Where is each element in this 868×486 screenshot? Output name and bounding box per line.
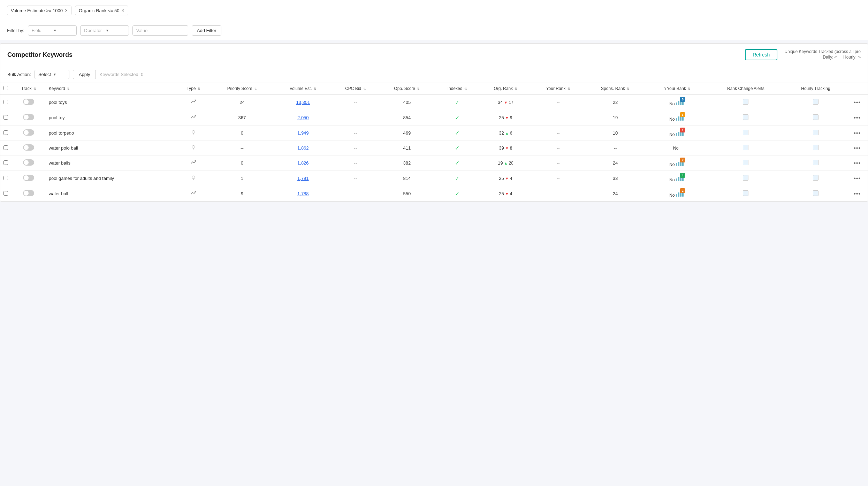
row-rank-alert[interactable] [707, 110, 784, 126]
row-checkbox-cell[interactable] [0, 186, 11, 202]
select-all-checkbox[interactable] [3, 86, 8, 90]
hourly-checkbox[interactable] [813, 145, 818, 150]
volume-link[interactable]: 1,826 [297, 160, 309, 166]
row-checkbox[interactable] [3, 115, 8, 120]
apply-button[interactable]: Apply [73, 70, 96, 79]
operator-dropdown[interactable]: Operator ▼ [80, 25, 129, 36]
add-filter-button[interactable]: Add Filter [192, 25, 222, 36]
row-volume-est[interactable]: 1,788 [274, 186, 332, 202]
more-options-icon[interactable]: ••• [854, 160, 861, 166]
row-checkbox-cell[interactable] [0, 126, 11, 141]
rank-alert-checkbox[interactable] [743, 130, 748, 135]
row-hourly[interactable] [785, 141, 847, 155]
row-hourly[interactable] [785, 171, 847, 186]
row-checkbox[interactable] [3, 145, 8, 150]
bank-bar-chart-icon[interactable]: 1 [676, 129, 684, 136]
header-track[interactable]: Track ⇅ [11, 83, 47, 94]
hourly-checkbox[interactable] [813, 160, 818, 165]
volume-link[interactable]: 13,301 [296, 100, 310, 105]
more-options-icon[interactable]: ••• [854, 130, 861, 136]
filter-chip-volume-close[interactable]: × [65, 8, 68, 13]
row-track-toggle[interactable] [11, 94, 47, 110]
row-checkbox-cell[interactable] [0, 94, 11, 110]
header-your-rank[interactable]: Your Rank ⇅ [532, 83, 585, 94]
row-more[interactable]: ••• [847, 171, 868, 186]
filter-chip-rank-close[interactable]: × [121, 8, 124, 13]
row-more[interactable]: ••• [847, 94, 868, 110]
row-checkbox-cell[interactable] [0, 171, 11, 186]
row-hourly[interactable] [785, 186, 847, 202]
volume-link[interactable]: 1,862 [297, 145, 309, 151]
bank-bar-chart-icon[interactable]: 3 [676, 114, 684, 121]
row-track-toggle[interactable] [11, 171, 47, 186]
row-hourly[interactable] [785, 94, 847, 110]
row-more[interactable]: ••• [847, 186, 868, 202]
header-type[interactable]: Type ⇅ [177, 83, 210, 94]
row-track-toggle[interactable] [11, 186, 47, 202]
row-hourly[interactable] [785, 126, 847, 141]
row-track-toggle[interactable] [11, 141, 47, 155]
bulk-select-dropdown[interactable]: Select ▼ [35, 70, 69, 79]
refresh-button[interactable]: Refresh [745, 49, 777, 60]
track-toggle[interactable] [23, 175, 34, 181]
filter-chip-volume[interactable]: Volume Estimate >= 1000 × [7, 6, 71, 15]
bank-bar-chart-icon[interactable]: 4 [676, 174, 684, 181]
header-volume-est[interactable]: Volume Est. ⇅ [274, 83, 332, 94]
hourly-checkbox[interactable] [813, 130, 818, 135]
header-org-rank[interactable]: Org. Rank ⇅ [479, 83, 532, 94]
rank-alert-checkbox[interactable] [743, 175, 748, 181]
rank-alert-checkbox[interactable] [743, 160, 748, 165]
row-track-toggle[interactable] [11, 126, 47, 141]
value-input[interactable]: Value [132, 25, 188, 36]
header-opp-score[interactable]: Opp. Score ⇅ [379, 83, 435, 94]
volume-link[interactable]: 1,791 [297, 176, 309, 181]
hourly-checkbox[interactable] [813, 99, 818, 105]
volume-link[interactable]: 1,949 [297, 130, 309, 136]
filter-chip-rank[interactable]: Organic Rank <= 50 × [75, 6, 128, 15]
row-checkbox[interactable] [3, 100, 8, 104]
row-track-toggle[interactable] [11, 155, 47, 171]
volume-link[interactable]: 2,050 [297, 115, 309, 120]
hourly-checkbox[interactable] [813, 114, 818, 120]
header-spons-rank[interactable]: Spons. Rank ⇅ [585, 83, 646, 94]
header-indexed[interactable]: Indexed ⇅ [435, 83, 479, 94]
more-options-icon[interactable]: ••• [854, 191, 861, 197]
row-volume-est[interactable]: 2,050 [274, 110, 332, 126]
header-checkbox-cell[interactable] [0, 83, 11, 94]
row-rank-alert[interactable] [707, 126, 784, 141]
row-checkbox[interactable] [3, 191, 8, 196]
row-rank-alert[interactable] [707, 94, 784, 110]
row-more[interactable]: ••• [847, 141, 868, 155]
header-priority-score[interactable]: Priority Score ⇅ [210, 83, 274, 94]
hourly-checkbox[interactable] [813, 190, 818, 196]
row-more[interactable]: ••• [847, 110, 868, 126]
track-toggle[interactable] [23, 114, 34, 120]
row-volume-est[interactable]: 13,301 [274, 94, 332, 110]
header-cpc-bid[interactable]: CPC Bid ⇅ [332, 83, 379, 94]
track-toggle[interactable] [23, 99, 34, 105]
row-track-toggle[interactable] [11, 110, 47, 126]
row-rank-alert[interactable] [707, 141, 784, 155]
more-options-icon[interactable]: ••• [854, 115, 861, 121]
track-toggle[interactable] [23, 159, 34, 166]
volume-link[interactable]: 1,788 [297, 191, 309, 196]
row-rank-alert[interactable] [707, 155, 784, 171]
row-checkbox[interactable] [3, 176, 8, 180]
bank-bar-chart-icon[interactable]: 2 [676, 190, 684, 197]
row-checkbox-cell[interactable] [0, 110, 11, 126]
rank-alert-checkbox[interactable] [743, 190, 748, 196]
more-options-icon[interactable]: ••• [854, 175, 861, 181]
row-checkbox-cell[interactable] [0, 141, 11, 155]
row-volume-est[interactable]: 1,791 [274, 171, 332, 186]
row-volume-est[interactable]: 1,949 [274, 126, 332, 141]
row-checkbox-cell[interactable] [0, 155, 11, 171]
track-toggle[interactable] [23, 129, 34, 136]
track-toggle[interactable] [23, 144, 34, 151]
field-dropdown[interactable]: Field ▼ [28, 25, 77, 36]
row-more[interactable]: ••• [847, 126, 868, 141]
row-rank-alert[interactable] [707, 171, 784, 186]
rank-alert-checkbox[interactable] [743, 99, 748, 105]
row-hourly[interactable] [785, 155, 847, 171]
header-keyword[interactable]: Keyword ⇅ [47, 83, 177, 94]
row-hourly[interactable] [785, 110, 847, 126]
